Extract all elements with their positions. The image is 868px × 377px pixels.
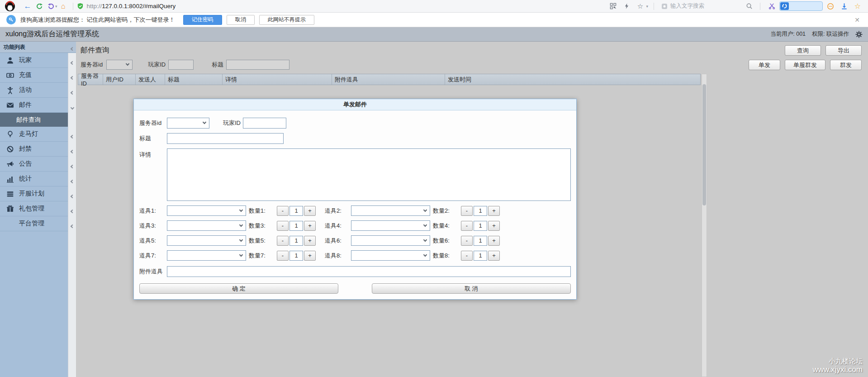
qty-minus-button[interactable]: - [461,251,473,261]
sidebar-item-ban[interactable]: 封禁 [0,142,68,157]
item-2-select[interactable] [351,205,430,216]
sidebar-item-recharge[interactable]: 充值 [0,68,68,83]
qty-minus-button[interactable]: - [461,221,473,231]
column-header[interactable]: 详情 [223,74,332,85]
site-shield-icon[interactable] [77,3,84,10]
modal-detail-textarea[interactable] [167,148,571,201]
address-bar[interactable]: http://127.0.0.1:8002/#mailQuery [77,3,607,10]
notification-close-icon[interactable]: ✕ [853,16,862,24]
sidebar-item-activity[interactable]: 活动 [0,83,68,98]
sidebar-item-announcement[interactable]: 公告 [0,157,68,172]
qty-value[interactable]: 1 [474,251,487,261]
column-header[interactable]: 用户ID [103,74,136,85]
collapse-sidebar-icon[interactable] [71,45,74,52]
modal-player-id-input[interactable] [243,118,286,129]
qty-plus-button[interactable]: + [304,206,316,216]
menu-circle-icon[interactable] [825,1,836,11]
item-4-select[interactable] [351,220,430,231]
qty-minus-button[interactable]: - [277,221,289,231]
confirm-button[interactable]: 确 定 [139,283,338,294]
qty-plus-button[interactable]: + [304,221,316,231]
qty-value[interactable]: 1 [289,236,303,246]
modal-cancel-button[interactable]: 取 消 [372,283,571,294]
column-header[interactable]: 发送人 [136,74,165,85]
sidebar-item-platform[interactable]: 平台管理 [0,216,68,231]
sidebar-item-mail[interactable]: 邮件 [0,98,68,113]
send-server-all-button[interactable]: 单服群发 [785,60,825,70]
watermark: 小九楼论坛 www.xjyxi.com [812,357,863,374]
qty-minus-button[interactable]: - [277,251,289,261]
modal-subject-input[interactable] [167,133,284,144]
notification-message: 搜狗高速浏览器提醒您： 记住此网站密码，下次一键登录！ [20,16,175,24]
query-button[interactable]: 查询 [785,45,821,56]
qty-value[interactable]: 1 [474,236,487,246]
qty-plus-button[interactable]: + [304,251,316,261]
scrollbar-thumb[interactable] [702,84,706,205]
search-box[interactable]: 输入文字搜索 [659,2,754,10]
settings-gear-icon[interactable] [855,31,863,38]
url-text[interactable]: http://127.0.0.1:8002/#mailQuery [87,3,176,10]
remember-password-button[interactable]: 记住密码 [183,15,222,25]
modal-attach-input[interactable] [167,266,571,277]
bookmark-star-icon[interactable]: ☆ [852,1,863,11]
qty-plus-button[interactable]: + [488,206,500,216]
back-icon[interactable]: ← [22,1,33,11]
sidebar-item-marquee[interactable]: 走马灯 [0,127,68,142]
column-header[interactable]: 附件道具 [332,74,445,85]
qty-1-stepper: - 1 + [277,206,316,216]
qr-grid-icon[interactable] [607,1,619,11]
home-icon[interactable]: ⌂ [57,1,69,11]
subject-input[interactable] [226,60,289,70]
send-single-button[interactable]: 单发 [749,60,780,70]
item-label: 道具2: [325,207,351,215]
favorites-caret-icon[interactable]: ▾ [646,4,648,9]
qty-plus-button[interactable]: + [488,221,500,231]
qty-value[interactable]: 1 [474,221,487,231]
server-id-select[interactable] [106,60,133,70]
proxy-extension-icon[interactable] [780,2,789,10]
accelerate-lightning-icon[interactable] [621,1,632,11]
item-label: 道具8: [325,252,351,260]
scissors-capture-icon[interactable] [766,1,778,11]
sidebar-item-player[interactable]: 玩家 [0,53,68,68]
sidebar-item-schedule[interactable]: 开服计划 [0,186,68,201]
export-button[interactable]: 导出 [825,45,862,56]
qty-minus-button[interactable]: - [277,206,289,216]
notification-cancel-button[interactable]: 取消 [227,15,255,25]
modal-server-id-select[interactable] [167,118,209,129]
sidebar-item-stats[interactable]: 统计 [0,172,68,186]
qty-value[interactable]: 1 [289,251,303,261]
sidebar-item-gift[interactable]: 礼包管理 [0,201,68,216]
item-label: 道具1: [139,207,167,215]
item-5-select[interactable] [167,235,246,246]
column-header[interactable]: 服务器ID [78,74,103,85]
column-header[interactable]: 标题 [165,74,223,85]
never-remind-button[interactable]: 此网站不再提示 [259,15,314,25]
table-scrollbar[interactable] [702,74,707,377]
qty-value[interactable]: 1 [289,206,303,216]
item-6-select[interactable] [351,235,430,246]
browser-logo-penguin-icon[interactable] [5,1,15,12]
qty-minus-button[interactable]: - [461,206,473,216]
download-icon[interactable] [838,1,850,11]
column-header[interactable]: 发送时间 [445,74,700,85]
qty-plus-button[interactable]: + [304,236,316,246]
qty-plus-button[interactable]: + [488,251,500,261]
search-magnifier-icon[interactable] [746,3,753,10]
refresh-icon[interactable] [33,1,45,11]
player-id-input[interactable] [168,60,194,70]
qty-value[interactable]: 1 [474,206,487,216]
item-7-select[interactable] [167,250,246,261]
qty-minus-button[interactable]: - [461,236,473,246]
favorites-star-icon[interactable]: ☆ [634,1,646,11]
qty-plus-button[interactable]: + [488,236,500,246]
send-all-button[interactable]: 群发 [830,60,862,70]
item-3-select[interactable] [167,220,246,231]
sidebar-subitem-mail-query[interactable]: 邮件查询 [0,113,68,127]
qty-value[interactable]: 1 [289,221,303,231]
proxy-extension-pill[interactable] [779,1,823,11]
item-1-select[interactable] [167,205,246,216]
qty-minus-button[interactable]: - [277,236,289,246]
item-8-select[interactable] [351,250,430,261]
sogou-engine-icon[interactable] [661,3,668,10]
